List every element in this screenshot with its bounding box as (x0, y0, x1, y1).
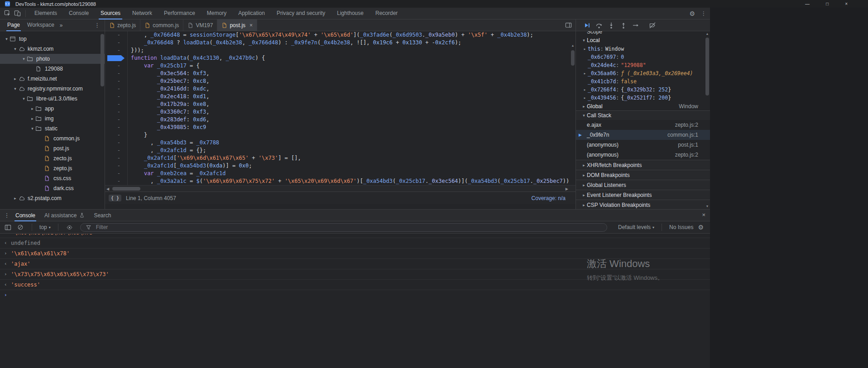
clear-console-icon[interactable] (16, 224, 24, 231)
scope-item-this[interactable]: ▸this:Window (576, 45, 710, 53)
tree-item-app[interactable]: ▸app (0, 104, 105, 114)
gutter-cell[interactable]: - (105, 100, 128, 108)
section-dom-breakpoints[interactable]: ▸DOM Breakpoints (576, 170, 710, 180)
callstack-frame-anonymous[interactable]: (anonymous)zepto.js:2 (576, 150, 710, 160)
gutter-cell[interactable]: - (105, 108, 128, 116)
breakpoint-icon[interactable] (107, 55, 125, 61)
more-options-icon[interactable]: ⋮ (701, 10, 706, 17)
gutter-cell[interactable]: - (105, 39, 128, 47)
debugger-scrollbar-thumb[interactable] (705, 38, 709, 96)
gutter-cell[interactable]: - (105, 154, 128, 162)
window-close-button[interactable]: × (845, 1, 848, 6)
navigator-more-icon[interactable]: ⋮ (94, 22, 100, 29)
gutter-cell[interactable]: - (105, 131, 128, 139)
gutter-cell[interactable]: - (105, 177, 128, 185)
callstack-frame-anonymous[interactable]: (anonymous)post.js:1 (576, 140, 710, 150)
settings-gear-icon[interactable]: ⚙ (689, 10, 695, 17)
live-expression-eye-icon[interactable] (66, 224, 74, 231)
main-tab-recorder[interactable]: Recorder (369, 8, 403, 19)
console-settings-gear-icon[interactable]: ⚙ (698, 224, 704, 231)
log-levels-dropdown[interactable]: Default levels ▾ (618, 224, 654, 230)
main-tab-memory[interactable]: Memory (201, 8, 232, 19)
tree-item-zepto-js[interactable]: zepto.js (0, 163, 105, 173)
main-tab-performance[interactable]: Performance (158, 8, 201, 19)
gutter-cell[interactable]: - (105, 162, 128, 170)
close-drawer-icon[interactable]: × (702, 211, 705, 218)
gutter-cell[interactable]: - (105, 31, 128, 39)
editor-tab-vm197[interactable]: VM197 (183, 19, 217, 31)
sidebar-scrollbar-thumb[interactable] (101, 34, 104, 86)
tree-item-registry-npmmirror-com[interactable]: ▾registry.npmmirror.com (0, 84, 105, 94)
issues-counter[interactable]: No Issues (669, 224, 693, 230)
gutter-cell[interactable]: - (105, 47, 128, 54)
tree-item-dark-css[interactable]: dark.css (0, 183, 105, 193)
drawer-tab-ai-assistance[interactable]: AI assistance (40, 210, 89, 221)
window-minimize-button[interactable]: — (805, 1, 810, 6)
scope-item-0x7266f4[interactable]: ▸_0x7266f4:{_0x329b32: 252} (576, 86, 710, 94)
editor-vertical-scrollbar[interactable]: ▲ ▼ (570, 43, 575, 185)
gutter-cell[interactable]: - (105, 77, 128, 85)
scroll-left-icon[interactable]: ◀ (106, 187, 109, 191)
tree-item-common-js[interactable]: common.js (0, 134, 105, 143)
section-global-listeners[interactable]: ▸Global Listeners (576, 180, 710, 190)
window-maximize-button[interactable]: □ (826, 1, 829, 6)
console-prompt-row[interactable]: › (0, 290, 710, 300)
drawer-tab-console[interactable]: Console (11, 210, 40, 221)
editor-tab-post-js[interactable]: post.js× (217, 19, 257, 31)
main-tab-elements[interactable]: Elements (29, 8, 63, 19)
gutter-cell[interactable]: - (105, 85, 128, 93)
gutter-cell[interactable]: - (105, 124, 128, 131)
main-tab-console[interactable]: Console (63, 8, 95, 19)
deactivate-breakpoints-button[interactable] (649, 22, 656, 29)
step-into-button[interactable] (608, 22, 615, 29)
gutter-cell[interactable]: - (105, 139, 128, 147)
tree-item-static[interactable]: ▾static (0, 124, 105, 134)
tree-item-s2-pstatp-com[interactable]: ▸s2.pstatp.com (0, 193, 105, 203)
frame-location[interactable]: post.js:1 (678, 142, 698, 148)
frame-location[interactable]: common.js:1 (667, 132, 698, 138)
debugger-scrollbar[interactable]: ▲ ▼ (705, 31, 710, 209)
pretty-print-button[interactable]: { } (109, 195, 121, 201)
tree-item-css-css[interactable]: css.css (0, 173, 105, 183)
frame-location[interactable]: zepto.js:2 (675, 122, 698, 128)
callstack-frame-0x9fe7n[interactable]: ▶_0x9fe7ncommon.js:1 (576, 130, 710, 140)
tree-item-129088[interactable]: 129088 (0, 64, 105, 74)
tree-item-post-js[interactable]: post.js (0, 143, 105, 153)
scroll-right-icon[interactable]: ▶ (566, 187, 568, 191)
toggle-debugger-sidebar-icon[interactable] (565, 19, 575, 31)
close-tab-icon[interactable]: × (249, 22, 253, 29)
gutter-cell[interactable]: - (105, 147, 128, 154)
main-tab-application[interactable]: Application (232, 8, 271, 19)
section-csp-violation-breakpoints[interactable]: ▸CSP Violation Breakpoints (576, 200, 710, 209)
tree-item-top[interactable]: ▾top (0, 34, 105, 44)
section-xhr-fetch-breakpoints[interactable]: ▸XHR/fetch Breakpoints (576, 160, 710, 170)
gutter-cell[interactable]: - (105, 170, 128, 177)
scope-local-header[interactable]: ▾Local (576, 36, 710, 45)
callstack-frame-e-ajax[interactable]: e.ajaxzepto.js:2 (576, 120, 710, 130)
step-out-button[interactable] (620, 22, 627, 29)
editor-tab-common-js[interactable]: common.js (140, 19, 183, 31)
editor-horizontal-scrollbar[interactable]: ◀ ▶ (105, 185, 575, 191)
main-tab-network[interactable]: Network (126, 8, 158, 19)
gutter-cell[interactable]: - (105, 62, 128, 70)
main-tab-lighthouse[interactable]: Lighthouse (331, 8, 369, 19)
step-over-button[interactable] (595, 22, 603, 29)
tree-item-photo[interactable]: ▾photo (0, 54, 105, 64)
main-tab-privacy-and-security[interactable]: Privacy and security (271, 8, 331, 19)
scroll-up-icon[interactable]: ▲ (571, 44, 575, 47)
tab-workspace[interactable]: Workspace (24, 19, 58, 31)
tree-item-libre-ui-1-3-0-files[interactable]: ▾libre-ui/1.3.0/files (0, 94, 105, 104)
horizontal-scrollbar-thumb[interactable] (112, 187, 140, 191)
tree-item-f-meizitu-net[interactable]: ▸f.meizitu.net (0, 74, 105, 84)
console-filter-input[interactable]: Filter (80, 223, 607, 232)
drawer-tab-search[interactable]: Search (89, 210, 115, 221)
scroll-up-icon[interactable]: ▲ (705, 32, 710, 35)
tree-item-img[interactable]: ▸img (0, 114, 105, 124)
frame-location[interactable]: zepto.js:2 (675, 152, 698, 158)
tab-page[interactable]: Page (4, 19, 24, 31)
step-button[interactable] (632, 22, 639, 29)
scope-item-0x36aa06[interactable]: ▸_0x36aa06:ƒ (_0x1e03a3,_0x269ee4) (576, 69, 710, 77)
vertical-scrollbar-thumb[interactable] (571, 50, 575, 66)
more-tabs-icon[interactable]: » (60, 22, 63, 29)
execution-context-selector[interactable]: top ▾ (39, 224, 51, 230)
